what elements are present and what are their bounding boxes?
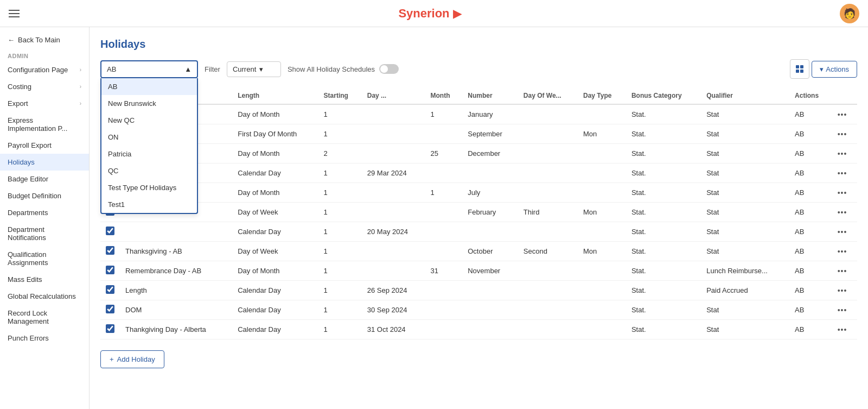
table-row: First Day Of Month1SeptemberMonStat.Stat… bbox=[100, 124, 857, 144]
sidebar-item-global-recalculations[interactable]: Global Recalculations bbox=[0, 288, 89, 305]
row-number bbox=[518, 104, 578, 124]
sidebar-item-badge-editor[interactable]: Badge Editor bbox=[0, 171, 89, 187]
show-all-toggle[interactable] bbox=[379, 64, 399, 74]
row-actions[interactable]: ••• bbox=[832, 261, 857, 281]
add-holiday-label: Add Holiday bbox=[117, 355, 155, 363]
row-starting bbox=[362, 124, 425, 144]
row-starting: 30 Sep 2024 bbox=[362, 300, 425, 320]
svg-rect-0 bbox=[796, 65, 799, 68]
sidebar-item-payroll-export[interactable]: Payroll Export bbox=[0, 137, 89, 154]
row-checkbox[interactable] bbox=[106, 266, 114, 274]
row-length: 1 bbox=[318, 261, 362, 281]
row-actions-dots[interactable]: ••• bbox=[838, 306, 847, 314]
sidebar-item-express-implementation[interactable]: Express Implementation P... bbox=[0, 112, 89, 137]
row-day bbox=[425, 242, 463, 261]
row-checkbox[interactable] bbox=[106, 305, 114, 313]
sidebar-item-label: Qualification Assignments bbox=[8, 250, 81, 267]
row-actions-dots[interactable]: ••• bbox=[838, 110, 847, 119]
row-starting bbox=[362, 104, 425, 124]
row-actions-dots[interactable]: ••• bbox=[838, 188, 847, 197]
sidebar-item-label: Budget Definition bbox=[8, 192, 61, 200]
row-actions[interactable]: ••• bbox=[832, 242, 857, 261]
row-bonus-category: Stat bbox=[701, 320, 789, 339]
dropdown-option-new-qc[interactable]: New QC bbox=[101, 112, 197, 129]
row-qualifier: AB bbox=[789, 203, 832, 222]
sidebar-item-configuration-page[interactable]: Configuration Page› bbox=[0, 61, 89, 78]
chevron-right-icon: › bbox=[80, 84, 81, 90]
toolbar: AB ▲ ABNew BrunswickNew QCONPatriciaQCTe… bbox=[100, 59, 857, 79]
row-day bbox=[425, 300, 463, 320]
back-to-main-link[interactable]: ← Back To Main bbox=[0, 32, 89, 48]
row-checkbox[interactable] bbox=[106, 285, 114, 294]
row-actions[interactable]: ••• bbox=[832, 320, 857, 339]
province-dropdown-trigger[interactable]: AB ▲ bbox=[100, 60, 198, 78]
row-month bbox=[462, 222, 518, 242]
row-actions[interactable]: ••• bbox=[832, 163, 857, 183]
back-arrow-icon: ← bbox=[8, 36, 15, 44]
row-type: Day of Week bbox=[232, 203, 318, 222]
row-actions[interactable]: ••• bbox=[832, 104, 857, 124]
dropdown-option-new-brunswick[interactable]: New Brunswick bbox=[101, 95, 197, 112]
sidebar-item-department-notifications[interactable]: Department Notifications bbox=[0, 221, 89, 246]
row-checkbox[interactable] bbox=[106, 324, 114, 333]
sidebar-item-qualification-assignments[interactable]: Qualification Assignments bbox=[0, 246, 89, 271]
row-month bbox=[462, 300, 518, 320]
table-row: Calendar Day129 Mar 2024Stat.StatAB••• bbox=[100, 163, 857, 183]
filter-select[interactable]: Current ▾ bbox=[227, 61, 281, 77]
chevron-down-icon: ▾ bbox=[259, 65, 263, 73]
sidebar-item-mass-edits[interactable]: Mass Edits bbox=[0, 271, 89, 288]
row-actions-dots[interactable]: ••• bbox=[838, 228, 847, 236]
row-checkbox[interactable] bbox=[106, 226, 114, 235]
sidebar-item-label: Configuration Page bbox=[8, 66, 68, 74]
back-to-main-label: Back To Main bbox=[18, 36, 60, 44]
row-number: Third bbox=[518, 203, 578, 222]
actions-button[interactable]: ▾ Actions bbox=[812, 61, 857, 78]
dropdown-option-qc[interactable]: QC bbox=[101, 162, 197, 179]
dropdown-option-patricia[interactable]: Patricia bbox=[101, 146, 197, 162]
row-actions[interactable]: ••• bbox=[832, 281, 857, 300]
row-actions[interactable]: ••• bbox=[832, 300, 857, 320]
row-actions-dots[interactable]: ••• bbox=[838, 267, 847, 275]
row-actions-dots[interactable]: ••• bbox=[838, 208, 847, 217]
row-day-type: Stat. bbox=[626, 261, 701, 281]
row-actions-dots[interactable]: ••• bbox=[838, 130, 847, 139]
chevron-up-icon: ▲ bbox=[184, 65, 192, 73]
dropdown-option-on[interactable]: ON bbox=[101, 129, 197, 146]
row-actions-dots[interactable]: ••• bbox=[838, 169, 847, 178]
actions-btn-group: ▾ Actions bbox=[790, 59, 857, 79]
row-actions[interactable]: ••• bbox=[832, 203, 857, 222]
row-qualifier: AB bbox=[789, 124, 832, 144]
row-actions[interactable]: ••• bbox=[832, 222, 857, 242]
row-day bbox=[425, 281, 463, 300]
sidebar-item-export[interactable]: Export› bbox=[0, 95, 89, 112]
row-day-of-week: Mon bbox=[578, 124, 626, 144]
grid-view-button[interactable] bbox=[790, 59, 809, 79]
row-actions-dots[interactable]: ••• bbox=[838, 286, 847, 295]
sidebar-item-costing[interactable]: Costing› bbox=[0, 78, 89, 95]
toggle-knob bbox=[380, 65, 388, 73]
row-actions-dots[interactable]: ••• bbox=[838, 247, 847, 256]
row-actions[interactable]: ••• bbox=[832, 183, 857, 203]
dropdown-option-test-type[interactable]: Test Type Of Holidays bbox=[101, 179, 197, 196]
row-actions-dots[interactable]: ••• bbox=[838, 325, 847, 334]
row-length: 1 bbox=[318, 124, 362, 144]
sidebar-item-holidays[interactable]: Holidays bbox=[0, 154, 89, 171]
row-starting: 26 Sep 2024 bbox=[362, 281, 425, 300]
user-avatar[interactable]: 🧑 bbox=[840, 4, 859, 23]
hamburger-menu[interactable] bbox=[9, 10, 20, 17]
row-day-type: Stat. bbox=[626, 163, 701, 183]
sidebar-item-punch-errors[interactable]: Punch Errors bbox=[0, 330, 89, 347]
row-actions-dots[interactable]: ••• bbox=[838, 149, 847, 158]
dropdown-option-ab[interactable]: AB bbox=[101, 78, 197, 95]
add-holiday-button[interactable]: + Add Holiday bbox=[100, 350, 164, 368]
sidebar-item-departments[interactable]: Departments bbox=[0, 204, 89, 221]
row-checkbox[interactable] bbox=[106, 246, 114, 255]
row-actions[interactable]: ••• bbox=[832, 124, 857, 144]
sidebar-item-budget-definition[interactable]: Budget Definition bbox=[0, 187, 89, 204]
logo-text: Synerion bbox=[398, 7, 449, 21]
dropdown-option-test1[interactable]: Test1 bbox=[101, 196, 197, 213]
row-actions[interactable]: ••• bbox=[832, 144, 857, 163]
sidebar-item-record-lock-management[interactable]: Record Lock Management bbox=[0, 305, 89, 330]
row-day: 1 bbox=[425, 183, 463, 203]
table-body: Day of Month11JanuaryStat.StatAB•••First… bbox=[100, 104, 857, 339]
